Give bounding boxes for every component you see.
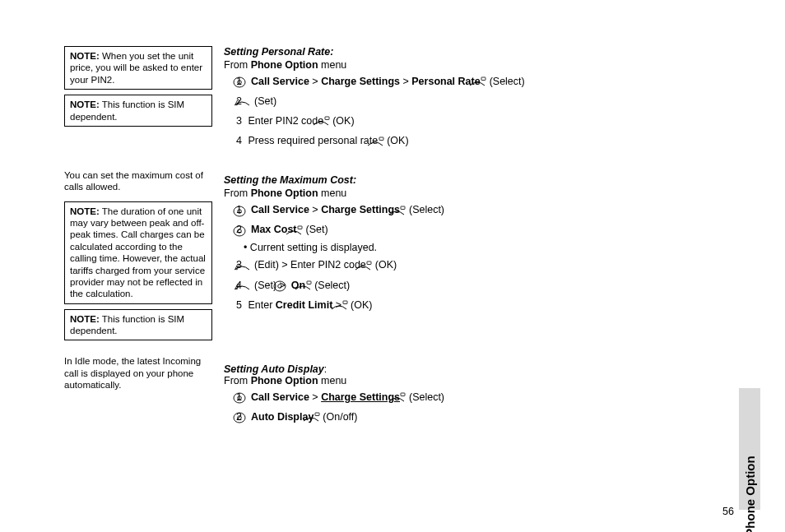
note-label: NOTE: — [70, 314, 100, 324]
svg-point-19 — [234, 413, 245, 423]
svg-rect-4 — [379, 137, 383, 141]
note-label: NOTE: — [70, 51, 100, 61]
heading-auto-display-line: Setting Auto Display: — [224, 363, 619, 375]
softkey-icon — [369, 258, 372, 274]
colon: : — [324, 363, 327, 375]
text-bold: Credit Limit — [276, 299, 332, 311]
note-label: NOTE: — [70, 206, 100, 216]
step-1: 1 Call Service > Charge Settings (Select… — [224, 202, 619, 218]
heading-auto-display: Setting Auto Display — [224, 363, 324, 375]
step-3: 3 (Edit) > Enter PIN2 code (OK) — [224, 257, 619, 273]
heading-personal-rate: Setting Personal Rate: — [224, 46, 619, 58]
note-box-sim-2: NOTE: This function is SIM dependent. — [64, 309, 212, 341]
text-bold: Call Service — [251, 204, 309, 215]
action-suffix: (OK) — [351, 299, 372, 311]
step-1: 1 Call Service > Charge Settings (Select… — [224, 390, 619, 405]
svg-rect-10 — [298, 226, 302, 229]
svg-point-20 — [238, 416, 242, 420]
softkey-icon — [402, 203, 406, 219]
softkey-icon — [345, 298, 348, 313]
text: Press required personal rate — [248, 135, 380, 146]
action-suffix: (Set) — [306, 224, 328, 235]
svg-point-5 — [234, 206, 245, 216]
svg-rect-15 — [343, 301, 347, 304]
svg-point-8 — [234, 226, 245, 236]
from-line: From Phone Option menu — [224, 187, 619, 199]
text: From — [224, 187, 251, 199]
action-suffix: (Select) — [409, 204, 444, 215]
text-bold: Phone Option — [251, 187, 318, 199]
note-label: NOTE: — [70, 99, 100, 109]
svg-rect-7 — [401, 206, 405, 210]
svg-rect-18 — [401, 393, 405, 396]
section-tab: Phone Option — [739, 388, 760, 510]
softkey-icon — [402, 390, 406, 405]
gt: > — [312, 391, 318, 403]
step-4: 4 Press required personal rate (OK) — [224, 133, 619, 149]
step-5: 5 Enter Credit Limit > (OK) — [224, 298, 619, 313]
action-suffix: (Set) — [254, 95, 276, 107]
text-bold: Call Service — [251, 391, 309, 403]
svg-point-6 — [238, 209, 242, 213]
action-suffix: (OK) — [375, 259, 397, 271]
step-num: 5 — [232, 298, 242, 313]
text: menu — [318, 59, 347, 71]
svg-point-12 — [274, 281, 286, 291]
sidebar-column: NOTE: When you set the unit price, you w… — [64, 46, 212, 400]
note-box-sim-1: NOTE: This function is SIM dependent. — [64, 95, 212, 127]
svg-point-17 — [238, 396, 242, 400]
svg-point-1 — [238, 81, 242, 85]
text-bold: Charge Settings — [321, 76, 400, 87]
gt: > — [312, 76, 318, 87]
main-column: Setting Personal Rate: From Phone Option… — [224, 46, 619, 429]
action-suffix: (On/off) — [323, 411, 357, 423]
pen-icon — [248, 258, 251, 274]
text: menu — [318, 375, 347, 386]
softkey-icon — [317, 409, 320, 425]
side-para-maxcost: You can set the maximum cost of calls al… — [64, 169, 212, 193]
text-bold: Call Service — [251, 76, 309, 87]
action-suffix: (OK) — [387, 135, 408, 146]
step-2: 2 (Set) — [224, 94, 619, 109]
text-bold: Phone Option — [251, 59, 318, 71]
softkey-icon — [300, 223, 303, 238]
pen-icon — [248, 94, 251, 109]
gt: > — [402, 76, 408, 87]
svg-rect-21 — [315, 413, 319, 416]
svg-rect-11 — [367, 261, 371, 265]
step-num: 3 — [232, 113, 242, 129]
step-2: 2 Max Cost (Set) — [224, 222, 619, 238]
text-bold: Phone Option — [251, 375, 318, 386]
step-2: 2 Auto Display (On/off) — [224, 409, 619, 425]
text: From — [224, 375, 251, 386]
svg-point-9 — [238, 229, 242, 233]
svg-rect-14 — [307, 281, 311, 285]
action-suffix: (Select) — [314, 280, 350, 291]
text: menu — [318, 187, 347, 199]
action-suffix: (Select) — [409, 391, 444, 403]
text: (Edit) > Enter PIN2 code — [254, 259, 369, 271]
svg-point-16 — [234, 393, 245, 403]
text: Enter — [248, 299, 275, 311]
page-number: 56 — [722, 506, 734, 517]
step-4: 4 (Set) > On (Select) — [224, 278, 619, 294]
page: NOTE: When you set the unit price, you w… — [64, 46, 722, 429]
from-line: From Phone Option menu — [224, 59, 619, 71]
section-tab-label: Phone Option — [743, 456, 757, 532]
note-box-duration: NOTE: The duration of one unit may vary … — [64, 201, 212, 304]
note-text: The duration of one unit may vary betwee… — [70, 206, 206, 299]
step-1: 1 Call Service > Charge Settings > Perso… — [224, 74, 619, 90]
note-box-pin2: NOTE: When you set the unit price, you w… — [64, 46, 212, 90]
gt: > — [312, 204, 318, 215]
action-suffix: (Select) — [490, 76, 525, 87]
softkey-icon — [327, 113, 330, 129]
sub-bullet: • Current setting is displayed. — [252, 242, 619, 253]
softkey-icon — [381, 134, 384, 150]
svg-rect-3 — [325, 117, 329, 120]
heading-max-cost: Setting the Maximum Cost: — [224, 174, 619, 186]
svg-point-13 — [278, 285, 282, 289]
side-para-idle: In Idle mode, the latest Incoming call i… — [64, 355, 212, 391]
softkey-icon — [309, 278, 312, 294]
step-3: 3 Enter PIN2 code (OK) — [224, 113, 619, 129]
action-suffix: (OK) — [332, 115, 354, 127]
